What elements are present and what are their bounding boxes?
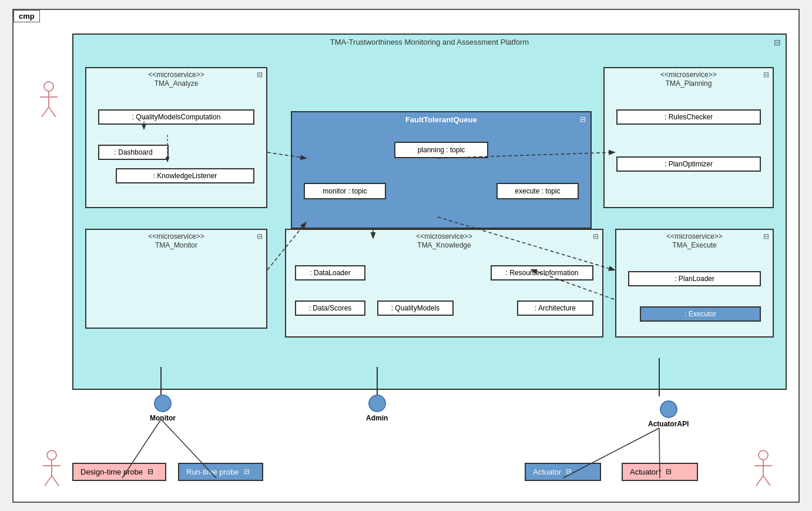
monitor-title: <<microservice>> TMA_Monitor xyxy=(86,230,266,252)
actuator-star-box: Actuator* ⊟ xyxy=(622,463,698,481)
monitor-interface-line xyxy=(160,367,162,399)
plan-loader-comp: : PlanLoader xyxy=(628,271,761,286)
admin-circle xyxy=(368,395,386,412)
svg-point-21 xyxy=(759,450,768,460)
execute-icon: ⊟ xyxy=(763,232,769,241)
analyze-title: <<microservice>> TMA_Analyze xyxy=(86,68,266,90)
design-time-label: Design-time probe xyxy=(80,467,143,476)
design-time-probe: Design-time probe ⊟ xyxy=(72,463,166,481)
executor-comp: : Executor xyxy=(640,306,761,322)
architecture-comp: : Architecture xyxy=(517,300,593,316)
data-scores-comp: : Data/Scores xyxy=(295,300,365,316)
ftq-title: FaultTolerantQueue xyxy=(292,112,590,127)
tma-title: TMA-Trustworthiness Monitoring and Asses… xyxy=(330,38,529,46)
svg-line-20 xyxy=(52,476,59,486)
rules-checker-comp: : RulesChecker xyxy=(616,109,761,125)
svg-line-12 xyxy=(49,107,56,117)
cmp-label: cmp xyxy=(14,10,40,22)
actuator-api-line xyxy=(659,358,660,399)
monitor-circle xyxy=(154,395,172,412)
admin-interface: Admin xyxy=(366,395,388,422)
svg-line-24 xyxy=(756,476,763,486)
run-time-icon: ⊟ xyxy=(244,467,250,476)
knowledge-title: <<microservice>> TMA_Knowledge xyxy=(286,230,602,252)
actuator-label: Actuator xyxy=(533,467,561,476)
ms-execute-box: ⊟ <<microservice>> TMA_Execute : PlanLoa… xyxy=(615,229,774,338)
plan-optimizer-comp: : PlanOptimizer xyxy=(616,156,761,172)
ms-analyze-box: ⊟ <<microservice>> TMA_Analyze : Quality… xyxy=(85,67,267,208)
admin-label: Admin xyxy=(366,414,388,422)
execute-topic: execute : topic xyxy=(496,183,579,199)
actuator-api-label: ActuatorAPI xyxy=(648,420,689,428)
planning-title: <<microservice>> TMA_Planning xyxy=(605,68,773,90)
dashboard-comp: : Dashboard xyxy=(98,145,169,160)
run-time-probe: Run-time probe ⊟ xyxy=(178,463,263,481)
admin-interface-line xyxy=(377,367,378,399)
svg-line-11 xyxy=(42,107,49,117)
analyze-icon: ⊟ xyxy=(257,71,263,79)
actuator-icon: ⊟ xyxy=(566,467,572,476)
knowledge-icon: ⊟ xyxy=(593,232,599,241)
monitor-topic: monitor : topic xyxy=(304,183,386,199)
right-bottom-actor xyxy=(751,449,775,490)
actuator-box: Actuator ⊟ xyxy=(525,463,601,481)
ftq-box: ⊟ FaultTolerantQueue planning : topic mo… xyxy=(291,111,592,229)
data-loader-comp: : DataLoader xyxy=(295,265,365,280)
tma-icon: ⊟ xyxy=(774,38,781,47)
left-bottom-actor xyxy=(40,449,63,490)
main-diagram: cmp TMA-Trustworthiness Monitoring and A… xyxy=(12,9,800,503)
tma-outer-box: TMA-Trustworthiness Monitoring and Asses… xyxy=(72,34,787,390)
ms-knowledge-box: ⊟ <<microservice>> TMA_Knowledge : DataL… xyxy=(285,229,603,338)
quality-models-comp2: : QualityModels xyxy=(377,300,454,316)
knowledge-listener-comp: : KnowledgeListener xyxy=(116,168,254,183)
left-actor xyxy=(37,81,61,121)
monitor-interface: Monitor xyxy=(150,395,176,422)
actuator-star-label: Actuator* xyxy=(630,467,661,476)
actuator-api-circle xyxy=(660,400,677,418)
actuator-api-interface: ActuatorAPI xyxy=(648,400,689,428)
left-actor-figure xyxy=(37,81,61,119)
actuator-star-icon: ⊟ xyxy=(666,467,672,476)
svg-point-8 xyxy=(44,82,53,91)
resources-info-comp: : ResourcesInformation xyxy=(491,265,593,280)
quality-models-comp: : QualityModelsComputation xyxy=(98,109,254,125)
planning-topic: planning : topic xyxy=(394,142,488,158)
monitor-label: Monitor xyxy=(150,414,176,422)
design-time-icon: ⊟ xyxy=(147,467,153,476)
execute-title: <<microservice>> TMA_Execute xyxy=(616,230,773,252)
svg-line-19 xyxy=(45,476,52,486)
planning-icon: ⊟ xyxy=(763,71,769,79)
left-bottom-actor-figure xyxy=(40,449,63,487)
run-time-label: Run-time probe xyxy=(186,467,239,476)
monitor-icon: ⊟ xyxy=(257,232,263,241)
svg-point-16 xyxy=(47,450,56,460)
svg-line-25 xyxy=(763,476,770,486)
ftq-icon: ⊟ xyxy=(580,115,586,123)
ms-planning-box: ⊟ <<microservice>> TMA_Planning : RulesC… xyxy=(603,67,774,208)
ms-monitor-box: ⊟ <<microservice>> TMA_Monitor xyxy=(85,229,267,329)
right-bottom-actor-figure xyxy=(751,449,775,487)
